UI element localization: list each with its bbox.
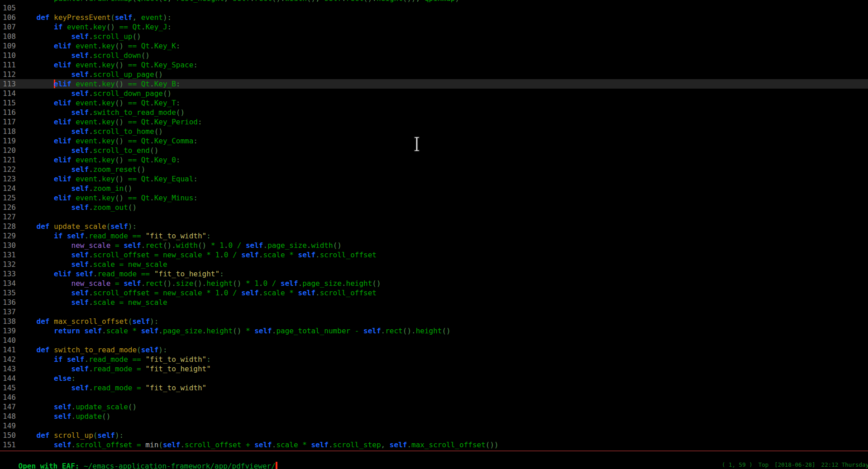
line-number: 105: [0, 3, 19, 13]
code-line[interactable]: 140: [0, 336, 868, 345]
code-line[interactable]: 147 self.update_scale(): [0, 402, 868, 412]
line-number: 106: [0, 13, 19, 22]
text-cursor: [276, 462, 277, 469]
code-line[interactable]: 134 new_scale = self.rect().size().heigh…: [0, 279, 868, 288]
code-line-current[interactable]: 113 elif event.key() == Qt.Key_B:: [0, 79, 868, 89]
line-number: 151: [0, 440, 19, 450]
mouse-cursor: [413, 136, 420, 153]
line-number: 143: [0, 364, 19, 374]
code-line[interactable]: 122 self.zoom_reset(): [0, 165, 868, 174]
code-line[interactable]: 109 elif event.key() == Qt.Key_K:: [0, 41, 868, 51]
line-number: 119: [0, 136, 19, 146]
line-number: 127: [0, 212, 19, 222]
line-number: 139: [0, 326, 19, 336]
code-line[interactable]: 136 self.scale = new_scale: [0, 298, 868, 307]
code-line[interactable]: 125 elif event.key() == Qt.Key_Minus:: [0, 193, 868, 203]
line-number: 109: [0, 41, 19, 51]
line-number: 113: [0, 79, 19, 89]
code-line[interactable]: 149: [0, 421, 868, 431]
code-line[interactable]: 111 elif event.key() == Qt.Key_Space:: [0, 60, 868, 70]
code-line[interactable]: 114 self.scroll_down_page(): [0, 89, 868, 98]
cursor-position: ( 1, 59 ): [722, 461, 753, 468]
code-line[interactable]: 142 if self.read_mode == "fit_to_width":: [0, 355, 868, 364]
code-line[interactable]: 123 elif event.key() == Qt.Key_Equal:: [0, 174, 868, 184]
buffer-position: Top: [753, 461, 769, 468]
line-number: 144: [0, 374, 19, 383]
line-number: 126: [0, 203, 19, 212]
code-line[interactable]: 108 self.scroll_up(): [0, 32, 868, 41]
line-number: 111: [0, 60, 19, 70]
code-line[interactable]: 135 self.scroll_offset = new_scale * 1.0…: [0, 288, 868, 298]
code-line-clipped: painter.drawPixmap(QRect(0, rest_height,…: [0, 0, 868, 3]
code-line[interactable]: 124 self.zoom_in(): [0, 184, 868, 193]
code-line[interactable]: 121 elif event.key() == Qt.Key_0:: [0, 155, 868, 165]
code-line[interactable]: 137: [0, 307, 868, 317]
code-line[interactable]: 143 self.read_mode = "fit_to_height": [0, 364, 868, 374]
code-line[interactable]: 138 def max_scroll_offset(self):: [0, 317, 868, 326]
line-number: 150: [0, 431, 19, 440]
minibuffer-input[interactable]: ~/emacs-application-framework/app/pdfvie…: [84, 462, 276, 469]
window-separator: [0, 450, 868, 451]
code-line[interactable]: 106 def keyPressEvent(self, event):: [0, 13, 868, 22]
code-line[interactable]: 127: [0, 212, 868, 222]
line-number: 122: [0, 165, 19, 174]
code-line[interactable]: 146: [0, 393, 868, 402]
code-line[interactable]: 119 elif event.key() == Qt.Key_Comma:: [0, 136, 868, 146]
line-number: 133: [0, 269, 19, 279]
line-number: 138: [0, 317, 19, 326]
line-number: 120: [0, 146, 19, 155]
code-line[interactable]: 133 elif self.read_mode == "fit_to_heigh…: [0, 269, 868, 279]
line-number: 123: [0, 174, 19, 184]
line-number: 116: [0, 108, 19, 117]
line-number: 108: [0, 32, 19, 41]
line-number: 121: [0, 155, 19, 165]
code-line[interactable]: 105: [0, 3, 868, 13]
code-line[interactable]: 132 self.scale = new_scale: [0, 260, 868, 269]
line-number: 107: [0, 22, 19, 32]
line-number: 140: [0, 336, 19, 345]
line-number: 128: [0, 222, 19, 231]
time: 22:12: [816, 461, 839, 468]
minibuffer[interactable]: Open with EAF: ~/emacs-application-frame…: [1, 452, 277, 469]
date: [2018-06-28]: [768, 461, 815, 468]
code-line[interactable]: 110 self.scroll_down(): [0, 51, 868, 60]
code-line[interactable]: 130 new_scale = self.rect().width() * 1.…: [0, 241, 868, 250]
code-line[interactable]: 129 if self.read_mode == "fit_to_width":: [0, 231, 868, 241]
line-number: 135: [0, 288, 19, 298]
line-number: 130: [0, 241, 19, 250]
line-number: 118: [0, 127, 19, 136]
code-line[interactable]: 117 elif event.key() == Qt.Key_Period:: [0, 117, 868, 127]
code-line[interactable]: 148 self.update(): [0, 412, 868, 421]
code-buffer[interactable]: painter.drawPixmap(QRect(0, rest_height,…: [0, 0, 868, 450]
line-number: 137: [0, 307, 19, 317]
code-line[interactable]: 131 self.scroll_offset = new_scale * 1.0…: [0, 250, 868, 260]
weekday: Thursday: [842, 461, 868, 468]
code-line[interactable]: 120 self.scroll_to_end(): [0, 146, 868, 155]
emacs-frame: painter.drawPixmap(QRect(0, rest_height,…: [0, 0, 868, 469]
line-number: 114: [0, 89, 19, 98]
line-number: 146: [0, 393, 19, 402]
line-number: 149: [0, 421, 19, 431]
code-line[interactable]: 150 def scroll_up(self):: [0, 431, 868, 440]
modeline-info: ( 1, 59 )Top[2018-06-28]22:12 Thursday: [722, 461, 868, 468]
line-number: 132: [0, 260, 19, 269]
line-number: 148: [0, 412, 19, 421]
line-number: 112: [0, 70, 19, 79]
code-line[interactable]: 141 def switch_to_read_mode(self):: [0, 345, 868, 355]
line-number: 125: [0, 193, 19, 203]
line-number: 147: [0, 402, 19, 412]
code-line[interactable]: 112 self.scroll_up_page(): [0, 70, 868, 79]
code-line[interactable]: 151 self.scroll_offset = min(self.scroll…: [0, 440, 868, 450]
code-line[interactable]: 126 self.zoom_out(): [0, 203, 868, 212]
code-line[interactable]: 118 self.scroll_to_home(): [0, 127, 868, 136]
code-line[interactable]: 139 return self.scale * self.page_size.h…: [0, 326, 868, 336]
code-line[interactable]: 144 else:: [0, 374, 868, 383]
line-number: 136: [0, 298, 19, 307]
code-line[interactable]: 115 elif event.key() == Qt.Key_T:: [0, 98, 868, 108]
code-line[interactable]: 116 self.switch_to_read_mode(): [0, 108, 868, 117]
code-line[interactable]: 145 self.read_mode = "fit_to_width": [0, 383, 868, 393]
code-line[interactable]: 128 def update_scale(self):: [0, 222, 868, 231]
line-number: 142: [0, 355, 19, 364]
code-line[interactable]: 107 if event.key() == Qt.Key_J:: [0, 22, 868, 32]
line-number: 134: [0, 279, 19, 288]
